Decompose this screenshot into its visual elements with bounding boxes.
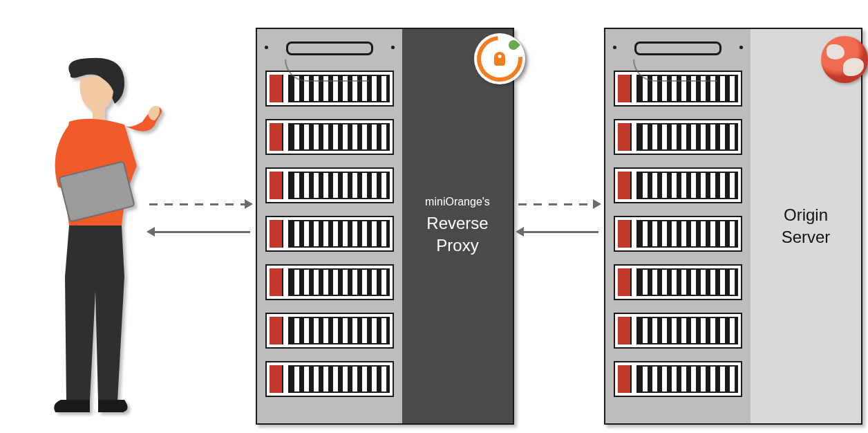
drive-unit xyxy=(614,264,742,300)
arrow-head-right-icon xyxy=(245,199,253,209)
arrow-head-right-icon xyxy=(593,199,601,209)
origin-label-line1: Origin xyxy=(784,204,828,226)
globe-icon xyxy=(821,36,868,83)
drive-unit xyxy=(265,167,394,203)
rack-handle-icon xyxy=(286,42,373,55)
drive-unit xyxy=(265,361,394,397)
drive-unit xyxy=(265,216,394,252)
arrow-proxy-to-origin xyxy=(518,203,594,205)
proxy-label-sub: miniOrange's xyxy=(425,196,490,208)
user-figure xyxy=(21,55,173,415)
drive-unit xyxy=(265,264,394,300)
proxy-label-line1: Reverse xyxy=(426,212,488,234)
drive-unit xyxy=(614,313,742,349)
origin-panel: Origin Server xyxy=(751,29,861,423)
rack-drives xyxy=(257,29,402,423)
arrow-origin-to-proxy xyxy=(522,231,598,233)
rack-handle-icon xyxy=(634,42,721,55)
drive-unit xyxy=(614,361,742,397)
origin-server-rack: Origin Server xyxy=(604,28,862,425)
drive-unit xyxy=(265,313,394,349)
drive-unit xyxy=(614,216,742,252)
proxy-label-line2: Proxy xyxy=(436,234,478,257)
proxy-panel: miniOrange's Reverse Proxy xyxy=(402,29,513,423)
drive-unit xyxy=(265,119,394,155)
rack-cable-icon xyxy=(285,59,369,82)
reverse-proxy-rack: miniOrange's Reverse Proxy xyxy=(256,28,514,425)
user-icon xyxy=(21,55,173,415)
miniorange-logo-icon xyxy=(474,33,525,84)
rack-drives xyxy=(605,29,751,423)
svg-rect-0 xyxy=(93,109,105,120)
arrow-head-left-icon xyxy=(516,227,524,237)
origin-label-line2: Server xyxy=(782,226,831,248)
drive-unit xyxy=(614,167,742,203)
rack-cable-icon xyxy=(633,59,717,82)
drive-unit xyxy=(614,119,742,155)
